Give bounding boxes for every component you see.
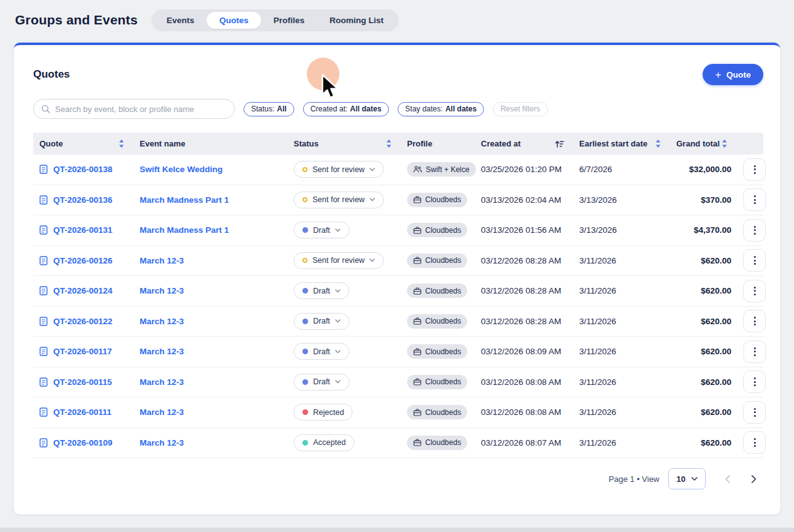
created-at-value: 03/13/2026 02:04 AM	[475, 195, 573, 205]
status-dropdown[interactable]: Draft	[294, 374, 349, 391]
table-row: QT-2026-00126 March 12-3 Sent for review…	[33, 246, 763, 277]
earliest-start-date-value: 3/11/2026	[573, 286, 670, 295]
quote-document-icon	[39, 195, 48, 205]
quote-id-link[interactable]: QT-2026-00136	[53, 195, 113, 205]
status-dropdown[interactable]: Sent for review	[294, 252, 384, 269]
event-name-link[interactable]: March 12-3	[140, 377, 184, 387]
quote-id-link[interactable]: QT-2026-00122	[53, 317, 113, 326]
quote-document-icon	[39, 256, 48, 265]
quote-id-link[interactable]: QT-2026-00109	[53, 438, 113, 448]
status-chevron-icon	[335, 350, 341, 354]
tab-events[interactable]: Events	[154, 12, 207, 29]
people-icon	[413, 166, 422, 173]
column-header-grand-total[interactable]: Grand total	[670, 133, 736, 155]
status-chevron-icon	[335, 319, 341, 323]
kebab-menu-icon[interactable]	[743, 280, 766, 302]
column-header-quote[interactable]: Quote	[33, 133, 133, 155]
column-header-event-name: Event name	[133, 133, 287, 155]
grand-total-value: $620.00	[670, 317, 736, 326]
event-name-link[interactable]: March 12-3	[140, 286, 184, 295]
event-name-link[interactable]: March Madness Part 1	[140, 225, 229, 235]
event-name-link[interactable]: March 12-3	[140, 256, 184, 265]
status-dropdown[interactable]: Sent for review	[294, 161, 384, 178]
reset-filters-button[interactable]: Reset filters	[493, 102, 547, 116]
briefcase-icon	[413, 287, 421, 295]
filter-chip-status[interactable]: Status: All	[244, 102, 294, 116]
kebab-menu-icon[interactable]	[743, 401, 766, 424]
quote-id-link[interactable]: QT-2026-00124	[53, 286, 113, 295]
status-dropdown[interactable]: Rejected	[294, 404, 353, 421]
tab-rooming-list[interactable]: Rooming List	[317, 12, 396, 29]
table-row: QT-2026-00115 March 12-3 Draft Cloudbeds…	[33, 367, 763, 398]
filter-chip-created-at[interactable]: Created at: All dates	[303, 102, 389, 116]
status-chevron-icon	[369, 258, 375, 262]
status-dot	[302, 319, 308, 324]
search-box	[33, 99, 235, 119]
profile-badge: Cloudbeds	[407, 314, 467, 329]
briefcase-icon	[413, 257, 421, 264]
kebab-menu-icon[interactable]	[743, 310, 766, 332]
page-size-select[interactable]: 10	[668, 468, 706, 489]
filter-chip-stay-dates[interactable]: Stay dates: All dates	[398, 102, 484, 116]
quote-id-link[interactable]: QT-2026-00138	[53, 165, 113, 174]
event-name-link[interactable]: Swift Kelce Wedding	[140, 165, 223, 174]
search-input[interactable]	[55, 105, 227, 114]
column-header-actions	[736, 133, 766, 155]
status-label: Draft	[313, 347, 330, 356]
status-label: Sent for review	[312, 165, 364, 174]
kebab-menu-icon[interactable]	[743, 431, 766, 454]
quote-id-link[interactable]: QT-2026-00111	[53, 407, 111, 417]
earliest-start-date-value: 3/13/2026	[573, 195, 670, 205]
quote-document-icon	[39, 407, 48, 417]
status-dot	[302, 197, 307, 202]
earliest-start-date-value: 3/11/2026	[573, 438, 670, 448]
event-name-link[interactable]: March 12-3	[140, 407, 184, 417]
kebab-menu-icon[interactable]	[743, 249, 766, 272]
table-row: QT-2026-00131 March Madness Part 1 Draft…	[33, 215, 763, 246]
previous-page-button[interactable]	[718, 469, 737, 488]
earliest-start-date-value: 3/11/2026	[573, 347, 670, 356]
profile-badge: Cloudbeds	[407, 375, 467, 389]
tab-profiles[interactable]: Profiles	[261, 12, 317, 29]
event-name-link[interactable]: March Madness Part 1	[140, 195, 229, 205]
earliest-start-date-value: 6/7/2026	[573, 165, 670, 174]
kebab-menu-icon[interactable]	[743, 219, 766, 242]
quote-id-link[interactable]: QT-2026-00131	[53, 225, 113, 235]
kebab-menu-icon[interactable]	[743, 371, 766, 393]
kebab-menu-icon[interactable]	[743, 158, 766, 181]
status-dropdown[interactable]: Sent for review	[294, 192, 384, 208]
briefcase-icon	[413, 227, 421, 234]
column-header-earliest-start-date[interactable]: Earliest start date	[573, 133, 670, 155]
status-label: Draft	[313, 317, 330, 325]
filter-chip-status-value: All	[277, 105, 286, 113]
kebab-menu-icon[interactable]	[743, 188, 766, 211]
quote-id-link[interactable]: QT-2026-00115	[53, 377, 112, 387]
tab-quotes[interactable]: Quotes	[207, 12, 261, 29]
status-dropdown[interactable]: Draft	[294, 343, 349, 360]
event-name-link[interactable]: March 12-3	[140, 317, 184, 326]
briefcase-icon	[413, 348, 421, 356]
column-header-created-at[interactable]: Created at	[475, 133, 573, 155]
profile-name: Cloudbeds	[425, 408, 461, 417]
tab-group: Events Quotes Profiles Rooming List	[152, 9, 399, 31]
profile-name: Cloudbeds	[425, 377, 461, 386]
status-dot	[302, 409, 308, 415]
quote-document-icon	[39, 438, 48, 448]
status-dropdown[interactable]: Draft	[294, 222, 349, 238]
status-dropdown[interactable]: Accepted	[294, 434, 354, 451]
quote-id-link[interactable]: QT-2026-00126	[53, 256, 113, 265]
quote-document-icon	[39, 347, 48, 356]
next-page-button[interactable]	[745, 469, 763, 488]
event-name-link[interactable]: March 12-3	[140, 347, 184, 356]
event-name-link[interactable]: March 12-3	[140, 438, 184, 448]
sort-updown-icon	[386, 139, 392, 148]
kebab-menu-icon[interactable]	[743, 340, 766, 363]
profile-badge: Cloudbeds	[407, 253, 467, 268]
quote-id-link[interactable]: QT-2026-00117	[53, 347, 112, 356]
column-header-status[interactable]: Status	[287, 133, 401, 155]
briefcase-icon	[413, 378, 421, 386]
new-quote-button[interactable]: + Quote	[703, 64, 763, 85]
status-dropdown[interactable]: Draft	[294, 313, 349, 330]
profile-badge: Swift + Kelce	[407, 162, 476, 176]
status-dropdown[interactable]: Draft	[294, 282, 349, 299]
